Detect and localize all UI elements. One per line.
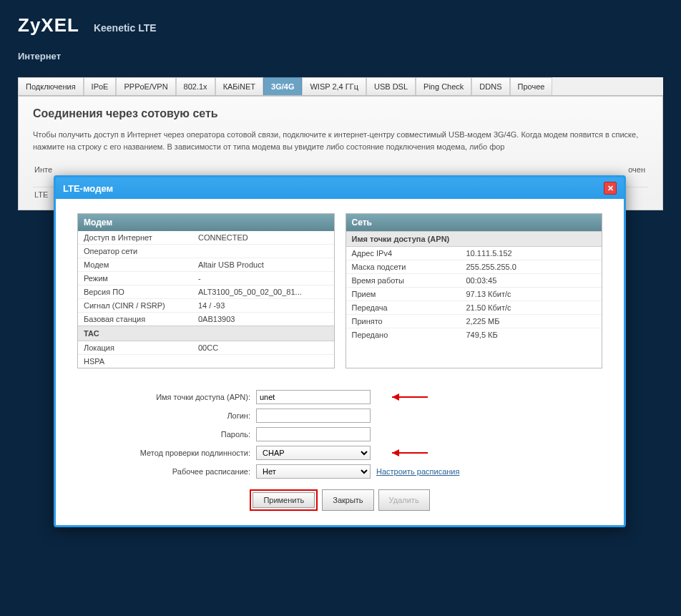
info-row: Сигнал (CINR / RSRP)14 / -93 xyxy=(78,299,334,313)
info-key: Доступ в Интернет xyxy=(84,233,198,242)
info-row: Время работы00:03:45 xyxy=(346,274,602,288)
page-title: Соединения через сотовую сеть xyxy=(33,107,648,120)
login-label: Логин: xyxy=(77,411,256,420)
info-row: Передача21.50 Кбит/с xyxy=(346,301,602,315)
password-input[interactable] xyxy=(256,427,371,441)
bg-table-header-right: очен xyxy=(628,165,648,174)
tab-3g-4g[interactable]: 3G/4G xyxy=(263,77,302,95)
bg-table-row-left[interactable]: LTE xyxy=(33,190,48,199)
close-icon[interactable]: ✕ xyxy=(604,182,617,195)
page-description: Чтобы получить доступ в Интернет через о… xyxy=(33,129,648,152)
tab-bar: ПодключенияIPoEPPPoE/VPN802.1xКАБiNET3G/… xyxy=(18,77,663,96)
info-row: Доступ в ИнтернетCONNECTED xyxy=(78,231,334,245)
modal-lte-modem: LTE-модем ✕ Модем Доступ в ИнтернетCONNE… xyxy=(54,175,626,527)
info-value: 255.255.255.0 xyxy=(466,263,597,271)
info-row: МодемAltair USB Product xyxy=(78,258,334,272)
arrow-icon xyxy=(392,450,435,456)
apply-highlight: Применить xyxy=(250,489,318,511)
info-value: - xyxy=(198,274,328,283)
info-value: 749,5 КБ xyxy=(466,331,597,339)
tab-ddns[interactable]: DDNS xyxy=(471,77,509,95)
logo: ZyXEL xyxy=(18,14,79,36)
info-value xyxy=(198,357,328,366)
info-value: 14 / -93 xyxy=(198,301,328,310)
tab--inet[interactable]: КАБiNET xyxy=(215,77,263,95)
panel-network-head: Сеть xyxy=(346,214,602,231)
info-row: Режим- xyxy=(78,272,334,285)
info-key: Маска подсети xyxy=(352,263,466,271)
tab-ping-check[interactable]: Ping Check xyxy=(416,77,471,95)
panel-modem-head: Модем xyxy=(78,214,334,231)
info-key: Режим xyxy=(84,274,198,283)
tab-pppoe-vpn[interactable]: PPPoE/VPN xyxy=(116,77,175,95)
info-key: Адрес IPv4 xyxy=(352,249,466,258)
info-key: Модем xyxy=(84,260,198,269)
info-value: 00CC xyxy=(198,343,328,352)
apply-button[interactable]: Применить xyxy=(253,492,315,508)
info-key: Базовая станция xyxy=(84,315,198,323)
arrow-icon xyxy=(392,394,435,400)
info-key: Версия ПО xyxy=(84,288,198,296)
panel-modem: Модем Доступ в ИнтернетCONNECTEDОператор… xyxy=(77,213,335,368)
info-row: Базовая станция0AB13903 xyxy=(78,313,334,326)
tab-802-1x[interactable]: 802.1x xyxy=(176,77,215,95)
schedule-select[interactable]: Нет xyxy=(256,464,371,479)
info-key: Время работы xyxy=(352,276,466,285)
tab--[interactable]: Прочее xyxy=(510,77,553,95)
info-row: Оператор сети xyxy=(78,245,334,258)
info-value: ALT3100_05_00_02_00_81... xyxy=(198,288,328,296)
info-row: Передано749,5 КБ xyxy=(346,328,602,341)
tab-ipoe[interactable]: IPoE xyxy=(84,77,117,95)
info-value: 97.13 Кбит/с xyxy=(466,290,597,298)
info-value: 2,225 МБ xyxy=(466,317,597,326)
panel-network: Сеть Имя точки доступа (APN) Адрес IPv41… xyxy=(346,213,603,368)
info-row: Локация00CC xyxy=(78,341,334,355)
nav-section-title: Интернет xyxy=(18,51,663,62)
info-value: 10.111.5.152 xyxy=(466,249,597,258)
close-button[interactable]: Закрыть xyxy=(322,489,373,511)
info-row: HSPA xyxy=(78,355,334,368)
schedule-label: Рабочее расписание: xyxy=(77,467,256,476)
info-key: Оператор сети xyxy=(84,247,198,255)
device-model: Keenetic LTE xyxy=(94,22,157,34)
info-key: Принято xyxy=(352,317,466,326)
bg-table-header-left: Инте xyxy=(33,165,52,174)
info-key: Локация xyxy=(84,343,198,352)
password-label: Пароль: xyxy=(77,430,256,439)
login-input[interactable] xyxy=(256,409,371,423)
info-value: 21.50 Кбит/с xyxy=(466,303,597,312)
tab-wisp-2-4-[interactable]: WISP 2,4 ГГц xyxy=(302,77,366,95)
info-value xyxy=(198,247,328,255)
info-key: HSPA xyxy=(84,357,198,366)
info-value: CONNECTED xyxy=(198,233,328,242)
info-key: Передано xyxy=(352,331,466,339)
configure-schedules-link[interactable]: Настроить расписания xyxy=(376,467,459,476)
tab-usb-dsl[interactable]: USB DSL xyxy=(366,77,416,95)
info-row: Версия ПОALT3100_05_00_02_00_81... xyxy=(78,285,334,299)
info-row: Маска подсети255.255.255.0 xyxy=(346,260,602,274)
info-value: 00:03:45 xyxy=(466,276,597,285)
info-row: Адрес IPv410.111.5.152 xyxy=(346,247,602,260)
apn-label: Имя точки доступа (APN): xyxy=(77,393,256,401)
delete-button[interactable]: Удалить xyxy=(378,489,430,511)
info-row: Прием97.13 Кбит/с xyxy=(346,288,602,301)
info-value: Altair USB Product xyxy=(198,260,328,269)
info-key: Передача xyxy=(352,303,466,312)
tab--[interactable]: Подключения xyxy=(18,77,84,95)
panel-tac-subhead: TAC xyxy=(78,326,334,341)
info-key: Прием xyxy=(352,290,466,298)
info-key: Сигнал (CINR / RSRP) xyxy=(84,301,198,310)
apn-input[interactable] xyxy=(256,390,371,404)
modal-title: LTE-модем xyxy=(63,183,113,194)
auth-select[interactable]: CHAP xyxy=(256,446,371,460)
info-value: 0AB13903 xyxy=(198,315,328,323)
panel-apn-subhead: Имя точки доступа (APN) xyxy=(346,231,602,247)
auth-label: Метод проверки подлинности: xyxy=(77,449,256,457)
info-row: Принято2,225 МБ xyxy=(346,315,602,328)
